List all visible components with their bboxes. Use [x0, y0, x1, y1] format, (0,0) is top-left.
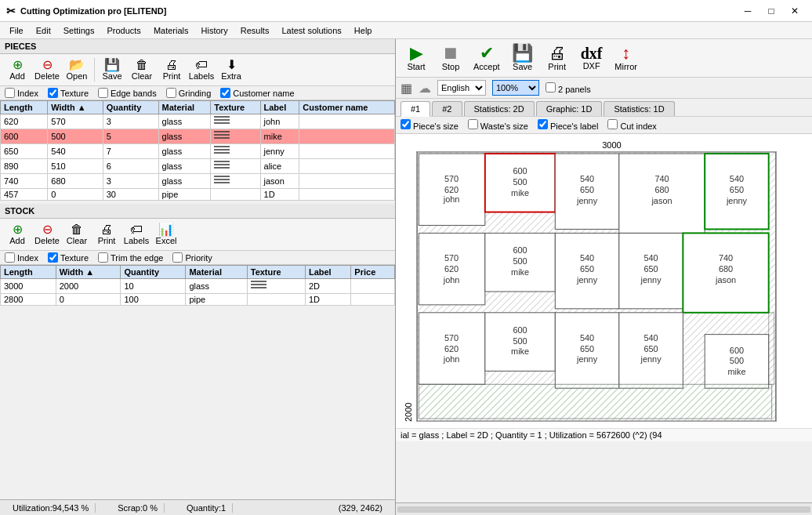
- pieces-table-row[interactable]: 600 500 5 glass mike: [1, 129, 395, 144]
- pieces-col-label[interactable]: Label: [260, 101, 299, 114]
- pieces-table-row[interactable]: 890 510 6 glass alice: [1, 159, 395, 174]
- stock-print-button[interactable]: 🖨 Print: [92, 221, 121, 248]
- stock-clear-button[interactable]: 🗑 Clear: [63, 221, 91, 248]
- stock-excel-button[interactable]: 📊 Excel: [152, 221, 180, 248]
- maximize-button[interactable]: □: [760, 3, 782, 19]
- canvas-scroll[interactable]: 3000 2000: [396, 134, 812, 502]
- menu-file[interactable]: File: [3, 24, 30, 37]
- tab-1[interactable]: #1: [401, 101, 430, 117]
- pieces-index-label: Index: [17, 89, 38, 98]
- pieces-print-button[interactable]: 🖨 Print: [158, 56, 186, 83]
- panels-checkbox-label[interactable]: 2 panels: [546, 82, 591, 94]
- stock-texture-checkbox-label[interactable]: Texture: [48, 252, 89, 263]
- pieces-size-checkbox-label[interactable]: Piece's size: [401, 119, 459, 131]
- stock-col-price[interactable]: Price: [351, 266, 395, 279]
- menu-products[interactable]: Products: [100, 24, 147, 37]
- stock-col-label[interactable]: Label: [305, 266, 350, 279]
- window-controls[interactable]: ─ □ ✕: [737, 3, 806, 19]
- stock-labels-button[interactable]: 🏷 Labels: [122, 221, 150, 248]
- pieces-open-button[interactable]: 📂 Open: [63, 56, 91, 83]
- stock-add-button[interactable]: ⊕ Add: [3, 221, 31, 248]
- pieces-table-row[interactable]: 457 0 30 pipe 1D: [1, 189, 395, 201]
- pieces-texture-checkbox[interactable]: [48, 88, 58, 98]
- mirror-button[interactable]: ↕ Mirror: [611, 42, 642, 74]
- pieces-col-customer[interactable]: Customer name: [299, 101, 395, 114]
- pieces-extra-button[interactable]: ⬇ Extra: [217, 56, 245, 83]
- menu-settings[interactable]: Settings: [57, 24, 101, 37]
- wastes-size-checkbox[interactable]: [468, 119, 478, 129]
- start-icon: ▶: [410, 45, 423, 62]
- wastes-size-checkbox-label[interactable]: Waste's size: [468, 119, 528, 131]
- menu-latest-solutions[interactable]: Latest solutions: [275, 24, 347, 37]
- pieces-delete-button[interactable]: ⊖ Delete: [33, 56, 61, 83]
- stock-priority-checkbox-label[interactable]: Priority: [172, 252, 212, 263]
- pieces-texture-label: Texture: [60, 89, 89, 98]
- stock-col-quantity[interactable]: Quantity: [121, 266, 186, 279]
- menu-edit[interactable]: Edit: [30, 24, 57, 37]
- stock-priority-checkbox[interactable]: [172, 252, 183, 263]
- dxf-button[interactable]: dxf DXF: [576, 43, 607, 73]
- language-select[interactable]: English French German: [437, 80, 486, 96]
- pieces-col-texture[interactable]: Texture: [211, 101, 260, 114]
- pieces-label-checkbox[interactable]: [538, 119, 548, 129]
- accept-button[interactable]: ✔ Accept: [469, 42, 504, 74]
- pieces-cell-material: glass: [158, 114, 211, 129]
- tab-2[interactable]: #2: [432, 101, 462, 116]
- tab-graphic-1d[interactable]: Graphic: 1D: [536, 101, 603, 116]
- svg-text:740: 740: [719, 253, 733, 263]
- stock-col-length[interactable]: Length: [1, 266, 56, 279]
- right-save-button[interactable]: 💾 Save: [507, 42, 538, 74]
- pieces-add-button[interactable]: ⊕ Add: [3, 56, 31, 83]
- stop-icon: ⏹: [442, 45, 459, 62]
- pieces-size-checkbox[interactable]: [401, 119, 411, 129]
- stock-col-material[interactable]: Material: [186, 266, 247, 279]
- pieces-label-checkbox-label[interactable]: Piece's label: [538, 119, 598, 131]
- minimize-button[interactable]: ─: [737, 3, 759, 19]
- pieces-edge-checkbox-label[interactable]: Edge bands: [98, 88, 157, 98]
- pieces-col-material[interactable]: Material: [158, 101, 211, 114]
- pieces-col-quantity[interactable]: Quantity: [103, 101, 158, 114]
- tab-stats-1d[interactable]: Statistics: 1D: [604, 101, 674, 116]
- pieces-col-length[interactable]: Length: [1, 101, 48, 114]
- pieces-table-row[interactable]: 650 540 7 glass jenny: [1, 144, 395, 159]
- stock-col-texture[interactable]: Texture: [247, 266, 305, 279]
- pieces-grinding-checkbox-label[interactable]: Grinding: [166, 88, 212, 98]
- stock-table-row[interactable]: 3000 2000 10 glass 2D: [1, 279, 395, 294]
- pieces-texture-checkbox-label[interactable]: Texture: [48, 88, 89, 98]
- pieces-customer-checkbox-label[interactable]: Customer name: [220, 88, 294, 98]
- cut-index-checkbox[interactable]: [607, 119, 618, 129]
- zoom-select[interactable]: 50% 75% 100% 125% 150%: [492, 80, 539, 96]
- stock-delete-button[interactable]: ⊖ Delete: [33, 221, 61, 248]
- close-button[interactable]: ✕: [784, 3, 806, 19]
- pieces-grinding-checkbox[interactable]: [166, 88, 176, 98]
- stock-index-checkbox-label[interactable]: Index: [5, 252, 38, 263]
- right-print-button[interactable]: 🖨 Print: [542, 42, 573, 74]
- menu-results[interactable]: Results: [234, 24, 276, 37]
- menu-materials[interactable]: Materials: [147, 24, 195, 37]
- pieces-clear-button[interactable]: 🗑 Clear: [128, 56, 156, 83]
- pieces-edge-checkbox[interactable]: [98, 88, 108, 98]
- tab-stats-2d[interactable]: Statistics: 2D: [464, 101, 535, 116]
- pieces-save-button[interactable]: 💾 Save: [98, 56, 126, 83]
- stock-index-checkbox[interactable]: [5, 252, 15, 263]
- pieces-table-row[interactable]: 740 680 3 glass jason: [1, 174, 395, 189]
- menu-help[interactable]: Help: [348, 24, 379, 37]
- pieces-labels-button[interactable]: 🏷 Labels: [187, 56, 216, 83]
- stop-button[interactable]: ⏹ Stop: [435, 42, 466, 74]
- h-scrollbar[interactable]: [396, 502, 812, 515]
- stock-trim-checkbox-label[interactable]: Trim the edge: [98, 252, 163, 263]
- start-button[interactable]: ▶ Start: [401, 42, 432, 74]
- stock-col-width[interactable]: Width ▲: [56, 266, 121, 279]
- svg-text:john: john: [443, 275, 460, 285]
- pieces-customer-checkbox[interactable]: [220, 88, 230, 98]
- pieces-col-width[interactable]: Width ▲: [48, 101, 103, 114]
- stock-trim-checkbox[interactable]: [98, 252, 108, 263]
- cut-index-checkbox-label[interactable]: Cut index: [607, 119, 657, 131]
- pieces-index-checkbox[interactable]: [5, 88, 15, 98]
- stock-texture-checkbox[interactable]: [48, 252, 58, 263]
- pieces-table-row[interactable]: 620 570 3 glass john: [1, 114, 395, 129]
- menu-history[interactable]: History: [195, 24, 234, 37]
- panels-checkbox[interactable]: [546, 82, 556, 92]
- stock-table-row[interactable]: 2800 0 100 pipe 1D: [1, 294, 395, 306]
- pieces-index-checkbox-label[interactable]: Index: [5, 88, 38, 98]
